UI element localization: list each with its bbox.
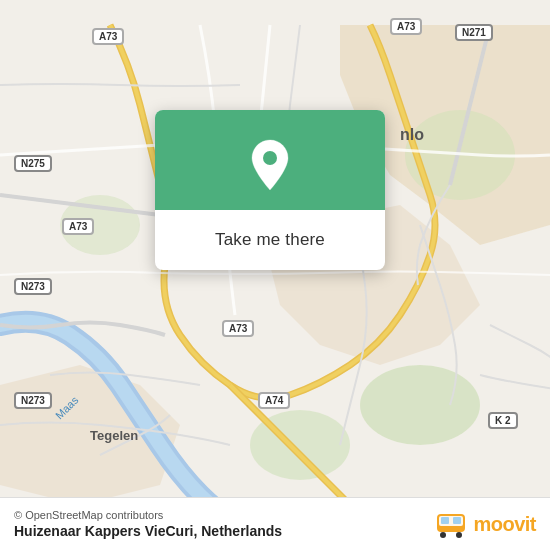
road-badge-n273-lower: N273	[14, 278, 52, 295]
road-badge-a73-top-left: A73	[92, 28, 124, 45]
bottom-bar: © OpenStreetMap contributors Huizenaar K…	[0, 497, 550, 550]
svg-text:Tegelen: Tegelen	[90, 428, 138, 443]
road-badge-a73-mid: A73	[62, 218, 94, 235]
road-badge-n271: N271	[455, 24, 493, 41]
moovit-text: moovit	[473, 513, 536, 536]
moovit-bus-icon	[435, 508, 467, 540]
road-badge-k2: K 2	[488, 412, 518, 429]
svg-point-4	[360, 365, 480, 445]
take-me-there-button[interactable]: Take me there	[215, 226, 325, 254]
map-svg: nlo Tegelen Maas	[0, 0, 550, 550]
svg-point-11	[263, 151, 277, 165]
svg-rect-17	[453, 517, 461, 524]
moovit-logo: moovit	[435, 508, 536, 540]
popup-footer[interactable]: Take me there	[155, 210, 385, 270]
svg-text:nlo: nlo	[400, 126, 424, 143]
osm-credit: © OpenStreetMap contributors	[14, 509, 282, 521]
road-badge-n273-bottom: N273	[14, 392, 52, 409]
location-name: Huizenaar Kappers VieCuri, Netherlands	[14, 523, 282, 539]
popup-header	[155, 110, 385, 210]
svg-rect-16	[441, 517, 449, 524]
svg-point-14	[440, 532, 446, 538]
svg-point-15	[456, 532, 462, 538]
road-badge-a74: A74	[258, 392, 290, 409]
location-pin-icon	[248, 138, 292, 192]
road-badge-n275: N275	[14, 155, 52, 172]
popup-card: Take me there	[155, 110, 385, 270]
road-badge-a73-top-right: A73	[390, 18, 422, 35]
bottom-left-info: © OpenStreetMap contributors Huizenaar K…	[14, 509, 282, 539]
map-container: nlo Tegelen Maas A73 A73 N271 N275 A73 N…	[0, 0, 550, 550]
road-badge-a73-center: A73	[222, 320, 254, 337]
